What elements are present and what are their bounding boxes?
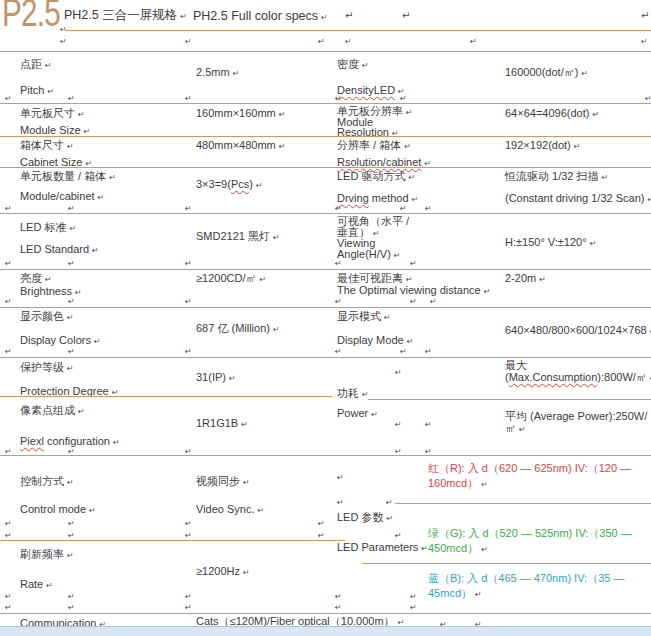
spec-brightness-label-zh: 亮度↵: [20, 272, 52, 286]
spec-led-green-value: 绿（G): 入 d（520 — 525nm) IV:（350 — 450mcd）…: [428, 526, 650, 557]
spec-led-standard-label-zh: LED 标准↵: [20, 221, 76, 235]
format-mark: ↵: [98, 193, 105, 202]
format-mark: ↵: [406, 108, 413, 117]
row-divider: [0, 51, 651, 52]
format-mark: ↵: [410, 297, 417, 306]
format-mark: ↵: [113, 438, 120, 447]
spec-refresh-rate-label-zh: 刷新频率↵: [20, 548, 74, 562]
format-mark: ↵: [321, 13, 328, 22]
format-mark: ↵: [69, 224, 76, 233]
format-marks-row: ↵: [0, 368, 651, 378]
format-marks-row: ↵↵↵↵↵: [0, 592, 651, 602]
format-mark: ↵: [371, 410, 378, 419]
spec-pitch-value: 2.5mm↵: [196, 66, 239, 80]
format-mark: ↵: [641, 37, 648, 46]
format-mark: ↵: [94, 337, 101, 346]
format-mark: ↵: [602, 173, 609, 182]
spec-modules-per-cabinet-label-zh: 单元板数量 / 箱体↵: [20, 170, 116, 184]
format-mark: ↵: [318, 531, 325, 540]
format-mark: ↵: [92, 246, 99, 255]
format-marks-row: ↵↵↵↵↵↵: [0, 37, 651, 47]
spec-display-colors-value: 687 亿 (Million)↵: [196, 322, 280, 336]
format-mark: ↵: [185, 519, 192, 528]
cell-divider: [395, 503, 651, 504]
format-mark: ↵: [481, 545, 488, 554]
spec-display-mode-label-zh: 显示模式↵: [337, 310, 391, 324]
linebreak-icon: ↵: [402, 10, 410, 22]
format-mark: ↵: [243, 568, 250, 577]
format-mark: ↵: [68, 297, 75, 306]
spec-refresh-rate-value: ≥1200Hz↵: [196, 565, 250, 579]
format-mark: ↵: [5, 519, 12, 528]
format-mark: ↵: [645, 94, 651, 103]
spec-brightness-value: ≥1200CD/㎡↵: [196, 272, 266, 286]
spec-viewing-angle-value: H:±150° V:±120°↵: [505, 236, 596, 250]
row-divider: [0, 269, 651, 270]
format-mark: ↵: [345, 37, 352, 46]
spec-refresh-rate-label-en: Rate↵: [20, 578, 53, 592]
spec-driving-method-value-zh: 恒流驱动 1/32 扫描↵: [505, 170, 608, 184]
format-marks-row: ↵↵: [0, 420, 651, 430]
format-mark: ↵: [421, 544, 428, 553]
format-mark: ↵: [384, 313, 391, 322]
format-mark: ↵: [45, 61, 52, 70]
row-divider: [0, 213, 651, 214]
row-divider: [0, 540, 345, 541]
spec-cabinet-resolution-label-zh: 分辨率 / 箱体↵: [337, 139, 411, 153]
spec-cabinet-resolution-value: 192×192(dot)↵: [505, 139, 580, 153]
row-divider: [65, 30, 651, 31]
spec-module-size-label-zh: 单元板尺寸↵: [20, 107, 85, 121]
spec-led-standard-label-en: LED Standard↵: [20, 243, 99, 257]
format-marks-row: ↵↵↵↵↵: [0, 259, 651, 269]
row-divider: [0, 396, 332, 397]
spec-cabinet-size-label-zh: 箱体尺寸↵: [20, 139, 74, 153]
spec-led-standard-value: SMD2121 黑灯↵: [196, 230, 280, 244]
row-divider: [0, 307, 651, 308]
format-mark: ↵: [335, 347, 342, 356]
format-mark: ↵: [68, 592, 75, 601]
page-title: P2.5: [2, 0, 60, 32]
row-divider: [0, 136, 651, 137]
format-mark: ↵: [60, 37, 67, 46]
format-mark: ↵: [75, 288, 82, 297]
format-mark: ↵: [45, 275, 52, 284]
row-divider: [0, 103, 651, 104]
spec-modules-per-cabinet-label-en: Module/cabinet↵: [20, 190, 104, 204]
format-mark: ↵: [233, 69, 240, 78]
spec-cabinet-size-value: 480mm×480mm↵: [196, 139, 286, 153]
format-mark: ↵: [318, 519, 325, 528]
format-mark: ↵: [185, 37, 192, 46]
spec-viewing-distance-label-en: The Optimal viewing distance↵: [337, 284, 490, 298]
format-mark: ↵: [84, 127, 91, 136]
format-mark: ↵: [395, 368, 402, 377]
format-mark: ↵: [5, 297, 12, 306]
format-mark: ↵: [404, 142, 411, 151]
format-mark: ↵: [185, 531, 192, 540]
format-mark: ↵: [185, 204, 192, 213]
format-mark: ↵: [395, 531, 402, 540]
format-mark: ↵: [335, 603, 342, 612]
format-mark: ↵: [362, 390, 369, 399]
format-mark: ↵: [5, 347, 12, 356]
format-mark: ↵: [430, 297, 437, 306]
format-mark: ↵: [78, 110, 85, 119]
format-mark: ↵: [362, 61, 369, 70]
spec-led-parameters-label-zh: LED 参数↵: [337, 511, 393, 525]
format-mark: ↵: [180, 12, 187, 21]
format-mark: ↵: [273, 325, 280, 334]
format-mark: ↵: [425, 347, 432, 356]
format-mark: ↵: [5, 94, 12, 103]
spec-display-colors-label-en: Display Colors↵: [20, 334, 101, 348]
format-mark: ↵: [335, 592, 342, 601]
format-mark: ↵: [5, 603, 12, 612]
format-mark: ↵: [590, 239, 597, 248]
spec-led-parameters-label-en: LED Parameters↵: [337, 541, 428, 555]
bottom-highlight-bar: [0, 627, 651, 636]
format-mark: ↵: [406, 275, 413, 284]
format-marks-row: ↵↵↵↵↵↵: [0, 347, 651, 357]
format-mark: ↵: [386, 514, 393, 523]
document-title-en: PH2.5 Full color specs↵: [193, 10, 328, 24]
spec-modules-per-cabinet-value: 3×3=9(Pcs)↵: [196, 178, 263, 192]
format-mark: ↵: [68, 347, 75, 356]
spec-pitch-label-zh: 点距↵: [20, 58, 52, 72]
